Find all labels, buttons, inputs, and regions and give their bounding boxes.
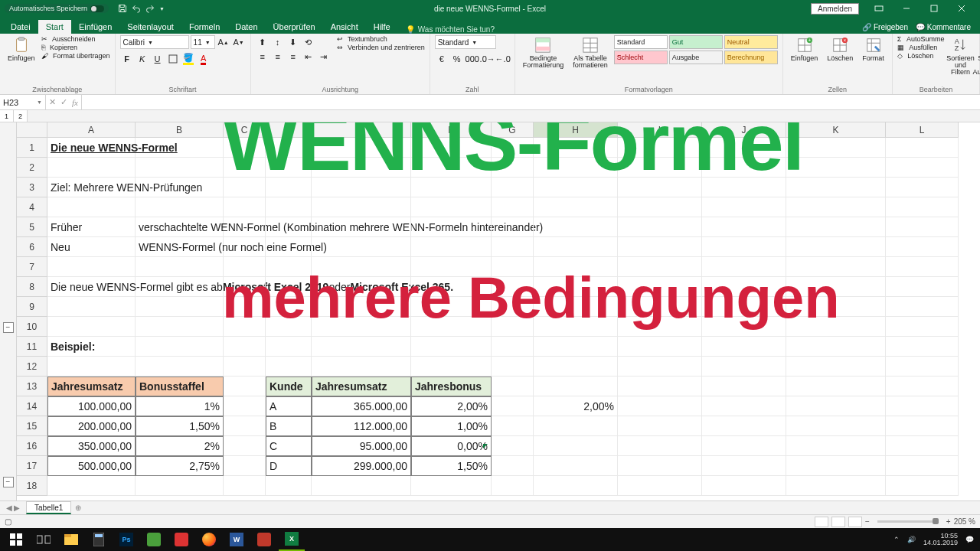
cell-H14[interactable]: 2,00%	[534, 396, 618, 416]
taskbar-clock[interactable]: 10:5514.01.2019	[923, 533, 958, 546]
fill-color-button[interactable]: 🪣	[181, 52, 195, 66]
cell-A14[interactable]: 100.000,00	[47, 396, 136, 416]
select-all-corner[interactable]	[17, 122, 47, 138]
undo-icon[interactable]	[132, 4, 141, 13]
indent-inc-icon[interactable]: ⇥	[317, 50, 331, 64]
fx-icon[interactable]: fx	[72, 98, 78, 107]
cell-A13[interactable]: Jahresumsatz	[47, 377, 136, 396]
col-header-J[interactable]: J	[702, 122, 786, 138]
excel-icon[interactable]: X	[279, 528, 305, 551]
calculator-icon[interactable]	[86, 528, 112, 551]
tab-seitenlayout[interactable]: Seitenlayout	[119, 20, 181, 34]
inc-decimal-icon[interactable]: .0→	[481, 52, 495, 66]
row-header[interactable]: 3	[17, 178, 47, 197]
row-header[interactable]: 10	[17, 317, 47, 337]
col-header-I[interactable]: I	[618, 122, 702, 138]
cell-B16[interactable]: 2%	[136, 436, 224, 456]
cell-B15[interactable]: 1,50%	[136, 416, 224, 436]
autosave-toggle[interactable]: Automatisches Speichern	[5, 4, 109, 13]
tab-start[interactable]: Start	[38, 20, 71, 34]
cell-A11[interactable]: Beispiel:	[47, 337, 136, 357]
accounting-format-icon[interactable]: €	[435, 52, 449, 66]
task-view-icon[interactable]	[31, 528, 57, 551]
cell-D17[interactable]: D	[266, 456, 312, 476]
align-center-icon[interactable]: ≡	[271, 50, 285, 64]
col-header-B[interactable]: B	[136, 122, 224, 138]
file-explorer-icon[interactable]	[58, 528, 84, 551]
enter-formula-icon[interactable]: ✓	[60, 97, 67, 107]
indent-dec-icon[interactable]: ⇤	[302, 50, 315, 64]
sheet-tab-tabelle1[interactable]: Tabelle1	[26, 501, 71, 514]
underline-button[interactable]: U	[151, 52, 165, 66]
align-right-icon[interactable]: ≡	[286, 50, 300, 64]
record-macro-icon[interactable]: ▢	[5, 517, 11, 526]
thousand-sep-icon[interactable]: 000	[466, 52, 479, 66]
row-header[interactable]: 7	[17, 257, 47, 277]
row-header[interactable]: 12	[17, 357, 47, 377]
style-standard[interactable]: Standard	[614, 35, 668, 49]
pagebreak-view-icon[interactable]	[848, 517, 862, 527]
copy-button[interactable]: ⎘ Kopieren	[41, 44, 110, 51]
row-header[interactable]: 9	[17, 297, 47, 317]
cell-B13[interactable]: Bonusstaffel	[136, 377, 224, 396]
delete-cells-button[interactable]: ×Löschen	[824, 35, 856, 64]
comments-button[interactable]: 💬 Kommentare	[916, 23, 971, 31]
zoom-slider[interactable]	[877, 520, 939, 523]
cell-E14[interactable]: 365.000,00	[312, 396, 411, 416]
save-icon[interactable]	[118, 4, 127, 13]
dec-decimal-icon[interactable]: ←.0	[496, 52, 510, 66]
tab-formeln[interactable]: Formeln	[181, 20, 227, 34]
minimize-icon[interactable]	[893, 0, 920, 17]
cell-A16[interactable]: 350.000,00	[47, 436, 136, 456]
name-box[interactable]: H23▼	[0, 95, 46, 109]
clear-button[interactable]: ◇ Löschen	[897, 52, 945, 60]
row-header[interactable]: 1	[17, 138, 47, 158]
cell-D15[interactable]: B	[266, 416, 312, 436]
row-header[interactable]: 6	[17, 237, 47, 257]
font-name-combo[interactable]: Calibri▼	[120, 35, 189, 49]
col-header-E[interactable]: E	[312, 122, 411, 138]
cell-A6[interactable]: Neu	[47, 237, 136, 257]
formula-input[interactable]	[82, 95, 980, 109]
tab-hilfe[interactable]: Hilfe	[366, 20, 398, 34]
new-sheet-button[interactable]: ⊕	[71, 501, 85, 514]
paste-button[interactable]: Einfügen	[5, 35, 38, 64]
outline-collapse-2[interactable]: −	[3, 477, 14, 487]
cell-E15[interactable]: 112.000,00	[312, 416, 411, 436]
format-cells-button[interactable]: Format	[859, 35, 887, 64]
cell-D13[interactable]: Kunde	[266, 377, 312, 396]
style-neutral[interactable]: Neutral	[724, 35, 778, 49]
tray-volume-icon[interactable]: 🔊	[907, 536, 916, 543]
notification-center-icon[interactable]: 💬	[965, 536, 974, 543]
format-as-table-button[interactable]: Als Tabelle formatieren	[570, 35, 611, 70]
page-layout-view-icon[interactable]	[831, 517, 845, 527]
col-header-G[interactable]: G	[492, 122, 534, 138]
row-header[interactable]: 11	[17, 337, 47, 357]
tell-me-search[interactable]: 💡 Was möchten Sie tun?	[406, 25, 495, 34]
word-icon[interactable]: W	[224, 528, 250, 551]
outline-level-1[interactable]: 1	[0, 110, 14, 122]
col-header-K[interactable]: K	[786, 122, 886, 138]
style-ausgabe[interactable]: Ausgabe	[669, 51, 723, 64]
shrink-font-icon[interactable]: A▼	[232, 35, 246, 49]
col-header-A[interactable]: A	[47, 122, 136, 138]
cell-A1[interactable]: Die neue WENNS-Formel	[47, 138, 136, 158]
share-button[interactable]: 🔗 Freigeben	[862, 23, 908, 31]
cell-B6[interactable]: WENNS-Formel (nur noch eine Formel)	[136, 237, 224, 257]
outline-collapse-1[interactable]: −	[3, 322, 14, 333]
maximize-icon[interactable]	[920, 0, 948, 17]
wrap-text-button[interactable]: ↩ Textumbruch	[337, 35, 425, 43]
bold-button[interactable]: F	[120, 52, 134, 66]
row-header[interactable]: 16	[17, 436, 47, 456]
tab-datei[interactable]: Datei	[3, 20, 38, 34]
find-select-button[interactable]: Suchen und Auswählen	[976, 35, 980, 77]
zoom-level[interactable]: 205 %	[954, 517, 975, 526]
zoom-in-icon[interactable]: +	[946, 517, 951, 526]
merge-center-button[interactable]: ⇔ Verbinden und zentrieren	[337, 44, 425, 51]
cell-E13[interactable]: Jahresumsatz	[312, 377, 411, 396]
grow-font-icon[interactable]: A▲	[217, 35, 230, 49]
row-header[interactable]: 5	[17, 217, 47, 237]
align-top-icon[interactable]: ⬆	[256, 35, 270, 49]
cell-B5[interactable]: verschachtelte WENN-Formel (Kombination …	[136, 217, 224, 237]
cell-B17[interactable]: 2,75%	[136, 456, 224, 476]
